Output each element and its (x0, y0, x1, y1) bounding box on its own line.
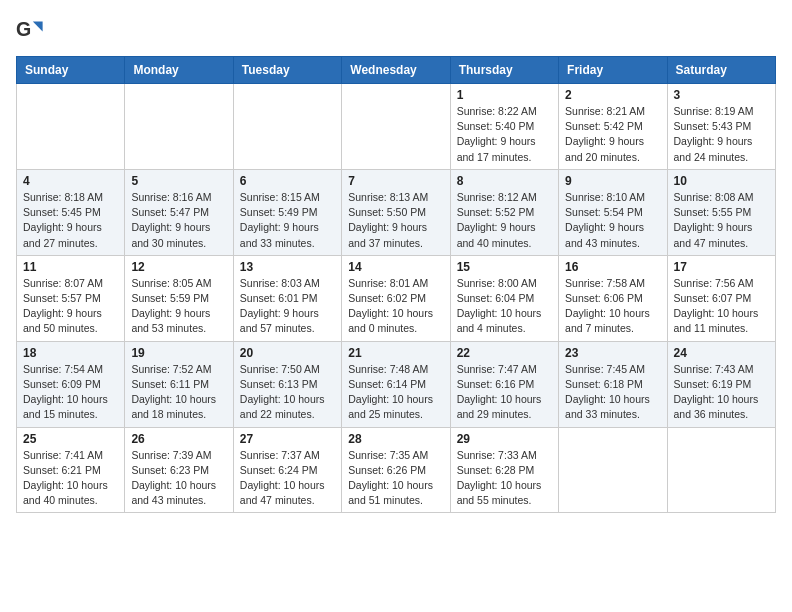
day-number: 28 (348, 432, 443, 446)
day-number: 14 (348, 260, 443, 274)
day-number: 3 (674, 88, 769, 102)
day-number: 29 (457, 432, 552, 446)
calendar-cell (233, 84, 341, 170)
day-info: Sunrise: 7:35 AMSunset: 6:26 PMDaylight:… (348, 448, 443, 509)
calendar-cell: 12Sunrise: 8:05 AMSunset: 5:59 PMDayligh… (125, 255, 233, 341)
calendar-cell: 5Sunrise: 8:16 AMSunset: 5:47 PMDaylight… (125, 169, 233, 255)
day-number: 18 (23, 346, 118, 360)
day-info: Sunrise: 7:43 AMSunset: 6:19 PMDaylight:… (674, 362, 769, 423)
day-info: Sunrise: 8:01 AMSunset: 6:02 PMDaylight:… (348, 276, 443, 337)
calendar-week-row: 11Sunrise: 8:07 AMSunset: 5:57 PMDayligh… (17, 255, 776, 341)
calendar-table: SundayMondayTuesdayWednesdayThursdayFrid… (16, 56, 776, 513)
day-number: 4 (23, 174, 118, 188)
calendar-cell: 27Sunrise: 7:37 AMSunset: 6:24 PMDayligh… (233, 427, 341, 513)
calendar-week-row: 18Sunrise: 7:54 AMSunset: 6:09 PMDayligh… (17, 341, 776, 427)
day-number: 6 (240, 174, 335, 188)
weekday-header: Friday (559, 57, 667, 84)
weekday-header: Tuesday (233, 57, 341, 84)
day-number: 7 (348, 174, 443, 188)
day-number: 1 (457, 88, 552, 102)
day-info: Sunrise: 7:41 AMSunset: 6:21 PMDaylight:… (23, 448, 118, 509)
day-info: Sunrise: 7:47 AMSunset: 6:16 PMDaylight:… (457, 362, 552, 423)
day-info: Sunrise: 8:15 AMSunset: 5:49 PMDaylight:… (240, 190, 335, 251)
day-number: 15 (457, 260, 552, 274)
day-info: Sunrise: 8:10 AMSunset: 5:54 PMDaylight:… (565, 190, 660, 251)
calendar-cell: 17Sunrise: 7:56 AMSunset: 6:07 PMDayligh… (667, 255, 775, 341)
calendar-cell: 15Sunrise: 8:00 AMSunset: 6:04 PMDayligh… (450, 255, 558, 341)
logo: G (16, 16, 48, 44)
calendar-cell: 2Sunrise: 8:21 AMSunset: 5:42 PMDaylight… (559, 84, 667, 170)
day-number: 22 (457, 346, 552, 360)
day-number: 10 (674, 174, 769, 188)
day-info: Sunrise: 8:12 AMSunset: 5:52 PMDaylight:… (457, 190, 552, 251)
day-number: 20 (240, 346, 335, 360)
day-number: 24 (674, 346, 769, 360)
calendar-cell: 18Sunrise: 7:54 AMSunset: 6:09 PMDayligh… (17, 341, 125, 427)
day-number: 19 (131, 346, 226, 360)
day-info: Sunrise: 7:50 AMSunset: 6:13 PMDaylight:… (240, 362, 335, 423)
day-number: 2 (565, 88, 660, 102)
calendar-cell: 23Sunrise: 7:45 AMSunset: 6:18 PMDayligh… (559, 341, 667, 427)
day-info: Sunrise: 7:48 AMSunset: 6:14 PMDaylight:… (348, 362, 443, 423)
day-number: 11 (23, 260, 118, 274)
calendar-cell (342, 84, 450, 170)
calendar-cell: 14Sunrise: 8:01 AMSunset: 6:02 PMDayligh… (342, 255, 450, 341)
day-number: 8 (457, 174, 552, 188)
calendar-cell: 10Sunrise: 8:08 AMSunset: 5:55 PMDayligh… (667, 169, 775, 255)
day-info: Sunrise: 8:07 AMSunset: 5:57 PMDaylight:… (23, 276, 118, 337)
day-info: Sunrise: 8:22 AMSunset: 5:40 PMDaylight:… (457, 104, 552, 165)
calendar-cell: 1Sunrise: 8:22 AMSunset: 5:40 PMDaylight… (450, 84, 558, 170)
day-number: 23 (565, 346, 660, 360)
calendar-cell (559, 427, 667, 513)
header: G (16, 16, 776, 44)
day-info: Sunrise: 8:18 AMSunset: 5:45 PMDaylight:… (23, 190, 118, 251)
day-number: 17 (674, 260, 769, 274)
day-info: Sunrise: 8:13 AMSunset: 5:50 PMDaylight:… (348, 190, 443, 251)
day-number: 13 (240, 260, 335, 274)
day-info: Sunrise: 8:03 AMSunset: 6:01 PMDaylight:… (240, 276, 335, 337)
day-info: Sunrise: 7:52 AMSunset: 6:11 PMDaylight:… (131, 362, 226, 423)
day-number: 21 (348, 346, 443, 360)
day-number: 5 (131, 174, 226, 188)
calendar-cell: 7Sunrise: 8:13 AMSunset: 5:50 PMDaylight… (342, 169, 450, 255)
calendar-cell: 16Sunrise: 7:58 AMSunset: 6:06 PMDayligh… (559, 255, 667, 341)
calendar-cell: 25Sunrise: 7:41 AMSunset: 6:21 PMDayligh… (17, 427, 125, 513)
day-info: Sunrise: 8:05 AMSunset: 5:59 PMDaylight:… (131, 276, 226, 337)
calendar-cell: 4Sunrise: 8:18 AMSunset: 5:45 PMDaylight… (17, 169, 125, 255)
weekday-header: Thursday (450, 57, 558, 84)
calendar-cell: 3Sunrise: 8:19 AMSunset: 5:43 PMDaylight… (667, 84, 775, 170)
calendar-cell: 11Sunrise: 8:07 AMSunset: 5:57 PMDayligh… (17, 255, 125, 341)
calendar-week-row: 4Sunrise: 8:18 AMSunset: 5:45 PMDaylight… (17, 169, 776, 255)
day-info: Sunrise: 7:54 AMSunset: 6:09 PMDaylight:… (23, 362, 118, 423)
day-info: Sunrise: 7:56 AMSunset: 6:07 PMDaylight:… (674, 276, 769, 337)
day-number: 9 (565, 174, 660, 188)
day-number: 27 (240, 432, 335, 446)
svg-marker-1 (33, 22, 43, 32)
calendar-cell (667, 427, 775, 513)
calendar-cell: 9Sunrise: 8:10 AMSunset: 5:54 PMDaylight… (559, 169, 667, 255)
calendar-cell: 22Sunrise: 7:47 AMSunset: 6:16 PMDayligh… (450, 341, 558, 427)
day-info: Sunrise: 8:08 AMSunset: 5:55 PMDaylight:… (674, 190, 769, 251)
day-number: 26 (131, 432, 226, 446)
weekday-header: Sunday (17, 57, 125, 84)
calendar-cell: 13Sunrise: 8:03 AMSunset: 6:01 PMDayligh… (233, 255, 341, 341)
calendar-cell: 28Sunrise: 7:35 AMSunset: 6:26 PMDayligh… (342, 427, 450, 513)
day-info: Sunrise: 8:16 AMSunset: 5:47 PMDaylight:… (131, 190, 226, 251)
day-info: Sunrise: 8:19 AMSunset: 5:43 PMDaylight:… (674, 104, 769, 165)
weekday-header: Wednesday (342, 57, 450, 84)
calendar-cell: 19Sunrise: 7:52 AMSunset: 6:11 PMDayligh… (125, 341, 233, 427)
day-info: Sunrise: 7:37 AMSunset: 6:24 PMDaylight:… (240, 448, 335, 509)
svg-text:G: G (16, 18, 31, 40)
calendar-cell: 26Sunrise: 7:39 AMSunset: 6:23 PMDayligh… (125, 427, 233, 513)
day-info: Sunrise: 7:39 AMSunset: 6:23 PMDaylight:… (131, 448, 226, 509)
day-number: 16 (565, 260, 660, 274)
calendar-cell: 29Sunrise: 7:33 AMSunset: 6:28 PMDayligh… (450, 427, 558, 513)
weekday-header: Monday (125, 57, 233, 84)
day-number: 12 (131, 260, 226, 274)
day-info: Sunrise: 7:58 AMSunset: 6:06 PMDaylight:… (565, 276, 660, 337)
calendar-cell: 24Sunrise: 7:43 AMSunset: 6:19 PMDayligh… (667, 341, 775, 427)
day-info: Sunrise: 8:00 AMSunset: 6:04 PMDaylight:… (457, 276, 552, 337)
calendar-cell: 8Sunrise: 8:12 AMSunset: 5:52 PMDaylight… (450, 169, 558, 255)
calendar-cell: 21Sunrise: 7:48 AMSunset: 6:14 PMDayligh… (342, 341, 450, 427)
calendar-cell (17, 84, 125, 170)
